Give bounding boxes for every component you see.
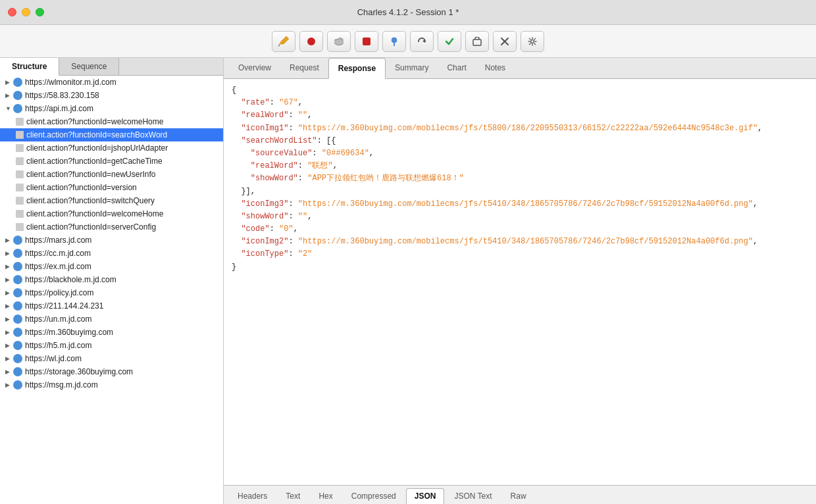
expand-arrow: ▶ [5,276,11,283]
toolbar [0,25,816,58]
globe-icon [13,275,22,284]
tree-item-label: https://wlmonitor.m.jd.com [25,78,116,87]
tree-item-label: https://h5.m.jd.com [25,341,91,350]
expand-arrow: ▶ [5,92,11,99]
tree-item-label: https://cc.m.jd.com [25,249,91,258]
tree-item-label: client.action?functionId=version [26,183,137,192]
file-icon [16,144,24,152]
tab-summary[interactable]: Summary [386,58,438,79]
tree-item-version[interactable]: client.action?functionId=version [0,181,223,194]
expand-arrow: ▶ [5,263,11,270]
tree-item-api[interactable]: ▼ https://api.m.jd.com [0,102,223,115]
maximize-button[interactable] [36,8,44,16]
tree-item-mars[interactable]: ▶ https://mars.jd.com [0,234,223,247]
close-button[interactable] [8,8,16,16]
svg-point-7 [392,38,397,43]
tree-item-label: client.action?functionId=newUserInfo [26,170,155,179]
json-content: { "rate": "67", "realWord": "", "iconImg… [224,79,816,485]
tab-raw[interactable]: Raw [502,488,535,504]
expand-arrow: ▶ [5,290,11,296]
settings-btn[interactable] [521,31,544,52]
svg-rect-10 [473,39,481,45]
svg-marker-9 [422,39,425,43]
tree-item-ip5883[interactable]: ▶ https://58.83.230.158 [0,89,223,102]
globe-icon [13,301,22,311]
main-area: Structure Sequence ▶ https://wlmonitor.m… [0,58,816,504]
tree-item-switchQuery[interactable]: client.action?functionId=switchQuery [0,194,223,207]
tab-hex[interactable]: Hex [310,488,341,504]
content-tabs: Overview Request Response Summary Chart … [224,58,816,79]
tree-item-searchBoxWord[interactable]: client.action?functionId=searchBoxWord [0,128,223,141]
tree-item-label: client.action?functionId=welcomeHome [26,117,163,126]
globe-icon [13,262,22,271]
content-pane: Overview Request Response Summary Chart … [224,58,816,504]
tree-item-label: https://blackhole.m.jd.com [25,275,116,284]
globe-icon [13,104,22,113]
globe-icon [13,380,22,390]
tree-item-label: client.action?functionId=searchBoxWord [26,130,167,139]
tab-notes[interactable]: Notes [476,58,515,79]
cloud-btn[interactable] [327,31,351,52]
tree-item-un[interactable]: ▶ https://un.m.jd.com [0,313,223,326]
tree-item-label: https://storage.360buyimg.com [25,367,133,376]
shopping-btn[interactable] [465,31,489,52]
tab-json[interactable]: JSON [406,488,445,504]
expand-arrow: ▶ [5,303,11,309]
tab-structure[interactable]: Structure [0,58,59,76]
file-icon [16,197,24,205]
tab-request[interactable]: Request [280,58,328,79]
tree-item-storage360[interactable]: ▶ https://storage.360buyimg.com [0,365,223,378]
window-title: Charles 4.1.2 - Session 1 * [357,7,459,17]
tree-item-wlmonitor[interactable]: ▶ https://wlmonitor.m.jd.com [0,76,223,89]
stop-btn[interactable] [355,31,378,52]
pin-btn[interactable] [382,31,406,52]
tree-item-serverConfig[interactable]: client.action?functionId=serverConfig [0,220,223,234]
tab-response[interactable]: Response [328,58,386,79]
file-icon [16,170,24,178]
expand-arrow: ▶ [5,329,11,336]
tree-item-msg[interactable]: ▶ https://msg.m.jd.com [0,378,223,391]
tree-item-wl[interactable]: ▶ https://wl.jd.com [0,352,223,365]
tree-item-cc[interactable]: ▶ https://cc.m.jd.com [0,247,223,260]
tree-item-label: client.action?functionId=getCacheTime [26,157,163,166]
tab-overview[interactable]: Overview [229,58,280,79]
tree-item-label: https://msg.m.jd.com [25,380,98,390]
svg-rect-6 [363,38,370,45]
expand-arrow: ▶ [5,316,11,322]
tree-item-welcomeHome2[interactable]: client.action?functionId=welcomeHome [0,207,223,220]
compose-btn[interactable] [272,31,295,52]
tree-item-welcomeHome[interactable]: client.action?functionId=welcomeHome [0,115,223,128]
tree-item-m360[interactable]: ▶ https://m.360buyimg.com [0,326,223,339]
tree-item-label: client.action?functionId=welcomeHome [26,209,163,218]
check-btn[interactable] [438,31,461,52]
tree-item-newUserInfo[interactable]: client.action?functionId=newUserInfo [0,168,223,181]
tab-compressed[interactable]: Compressed [343,488,405,504]
minimize-button[interactable] [22,8,30,16]
tree-item-ex[interactable]: ▶ https://ex.m.jd.com [0,260,223,273]
tree-item-getCacheTime[interactable]: client.action?functionId=getCacheTime [0,155,223,168]
refresh-btn[interactable] [410,31,434,52]
tree-item-policy[interactable]: ▶ https://policy.jd.com [0,286,223,299]
svg-point-13 [531,39,534,43]
tab-json-text[interactable]: JSON Text [446,488,500,504]
tab-chart[interactable]: Chart [438,58,475,79]
titlebar: Charles 4.1.2 - Session 1 * [0,0,816,25]
tools-btn[interactable] [493,31,517,52]
tab-text[interactable]: Text [277,488,309,504]
record-btn[interactable] [299,31,323,52]
tree-item-ip211[interactable]: ▶ https://211.144.24.231 [0,299,223,313]
svg-line-0 [278,44,280,47]
tree-item-h5[interactable]: ▶ https://h5.m.jd.com [0,339,223,352]
globe-icon [13,354,22,363]
tree-item-label: https://58.83.230.158 [25,91,99,100]
file-icon [16,157,24,165]
globe-icon [13,328,22,337]
globe-icon [13,78,22,87]
tab-headers[interactable]: Headers [229,488,276,504]
tree-item-label: client.action?functionId=jshopUrlAdapter [26,143,168,153]
tree-item-label: client.action?functionId=serverConfig [26,222,156,232]
file-icon [16,118,24,126]
tab-sequence[interactable]: Sequence [59,58,119,75]
tree-item-blackhole[interactable]: ▶ https://blackhole.m.jd.com [0,273,223,286]
tree-item-jshopUrlAdapter[interactable]: client.action?functionId=jshopUrlAdapter [0,141,223,155]
